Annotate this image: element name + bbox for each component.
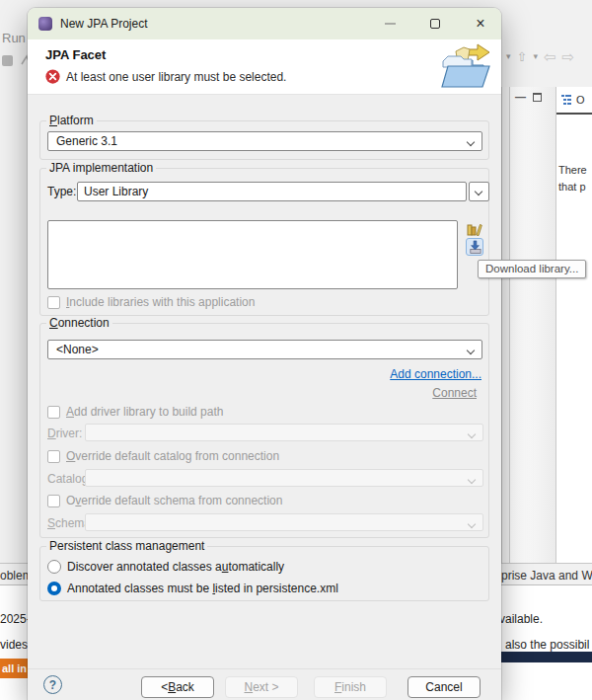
jpa-wizard-banner-icon <box>440 41 491 91</box>
user-library-list[interactable] <box>47 220 458 289</box>
page-title: JPA Facet <box>45 47 106 62</box>
editor-area-edge <box>510 87 555 563</box>
driver-combo[interactable] <box>85 424 483 441</box>
type-combo-dropdown-button[interactable] <box>469 182 489 201</box>
console-text: 2025- <box>0 612 31 626</box>
menu-run[interactable]: Run <box>2 31 26 45</box>
add-connection-link[interactable]: Add connection... <box>390 367 481 381</box>
tab-outline[interactable]: O <box>560 94 585 106</box>
type-combo-value: User Library <box>84 185 148 198</box>
persistent-class-management-group: Persistent class management Discover ann… <box>39 546 489 601</box>
download-library-icon <box>468 240 482 255</box>
checkbox-icon <box>47 296 60 309</box>
tab-outline-label: O <box>576 94 585 106</box>
chevron-down-icon <box>468 430 476 438</box>
tab-enterprise-java[interactable]: prise Java and Web <box>501 569 592 583</box>
download-library-button[interactable] <box>466 238 483 256</box>
include-libraries-label: Include libraries with this application <box>66 295 255 309</box>
dropdown-arrow-icon[interactable]: ▾ <box>506 52 511 61</box>
help-button[interactable]: ? <box>43 675 62 694</box>
minimize-view-icon[interactable]: — <box>515 92 526 103</box>
connection-group-label: Connection <box>46 316 112 330</box>
tab-selected-underline <box>556 113 592 115</box>
override-catalog-label: Override default catalog from connection <box>66 449 279 463</box>
chevron-down-icon <box>467 347 475 354</box>
chevron-down-icon <box>468 476 476 484</box>
dialog-titlebar[interactable]: New JPA Project × <box>28 8 501 39</box>
tab-divider <box>0 584 28 585</box>
checkbox-icon <box>47 450 60 463</box>
console-text: vides <box>0 638 28 652</box>
back-history-icon[interactable]: ⇦ <box>544 49 556 64</box>
driver-label: Driver: <box>47 427 82 440</box>
listed-classes-label: Annotated classes must be listed in pers… <box>67 582 338 595</box>
maximize-view-icon[interactable] <box>533 93 542 102</box>
connection-group: Connection <None> Add connection... Conn… <box>39 323 489 538</box>
error-icon <box>45 69 60 84</box>
finish-button[interactable]: Finish <box>314 676 387 698</box>
top-right-toolbar: ▾ ⇧ ▾ ⇦ ⇨ <box>499 48 574 64</box>
listed-classes-radio[interactable]: Annotated classes must be listed in pers… <box>47 582 338 595</box>
include-libraries-checkbox[interactable]: Include libraries with this application <box>47 295 255 309</box>
jpa-implementation-group-label: JPA implementation <box>46 161 156 175</box>
view-controls: — <box>515 92 542 103</box>
manage-libraries-icon <box>467 221 482 237</box>
type-label: Type: <box>47 185 76 198</box>
dialog-title: New JPA Project <box>60 17 147 31</box>
override-schema-checkbox[interactable]: Override default schema from connection <box>47 494 282 507</box>
connect-link[interactable]: Connect <box>432 386 477 400</box>
outline-view-icon <box>560 94 572 106</box>
manage-libraries-button[interactable] <box>466 220 483 238</box>
editor-scroll-strip[interactable] <box>501 87 510 563</box>
dropdown-arrow-icon[interactable]: ▾ <box>533 52 538 61</box>
platform-combo-value: Generic 3.1 <box>56 134 117 148</box>
tab-divider <box>501 584 592 585</box>
close-icon: × <box>476 16 484 32</box>
minimize-icon <box>385 23 396 25</box>
wizard-button-bar: ? < Back Next > Finish Cancel <box>28 668 501 700</box>
close-button[interactable]: × <box>464 8 497 39</box>
platform-group: Platform Generic 3.1 <box>39 120 489 160</box>
radio-unselected-icon <box>47 560 61 574</box>
connection-combo-value: <None> <box>56 343 99 356</box>
chevron-down-icon <box>475 188 482 195</box>
chevron-down-icon <box>467 138 475 146</box>
panel-divider <box>501 563 592 564</box>
console-text: vailable. <box>499 612 543 626</box>
outline-view-panel <box>555 87 592 563</box>
next-button[interactable]: Next > <box>225 676 298 698</box>
override-schema-label: Override default schema from connection <box>66 494 282 507</box>
schema-combo[interactable] <box>85 513 483 531</box>
new-jpa-project-dialog: New JPA Project × JPA Facet At least one… <box>28 8 501 700</box>
platform-combo[interactable]: Generic 3.1 <box>47 131 482 151</box>
help-icon: ? <box>49 678 56 692</box>
wizard-body: Platform Generic 3.1 JPA implementation … <box>28 95 501 668</box>
wizard-header: JPA Facet At least one user library must… <box>28 39 501 95</box>
override-catalog-checkbox[interactable]: Override default catalog from connection <box>47 449 279 463</box>
console-text: also the possibil <box>505 638 589 652</box>
minimize-button[interactable] <box>373 8 407 39</box>
platform-group-label: Platform <box>46 114 97 127</box>
chevron-down-icon <box>468 520 476 528</box>
discover-classes-radio[interactable]: Discover annotated classes automatically <box>47 560 284 574</box>
pcm-group-label: Persistent class management <box>46 539 207 553</box>
maximize-icon <box>430 19 440 29</box>
forward-history-icon[interactable]: ⇨ <box>562 49 575 64</box>
selection-band <box>501 652 592 662</box>
outline-message: that p <box>558 181 586 193</box>
add-driver-library-label: Add driver library to build path <box>66 405 223 419</box>
cancel-button[interactable]: Cancel <box>407 676 481 698</box>
outline-message: There <box>558 164 587 176</box>
catalog-combo[interactable] <box>85 469 483 487</box>
checkbox-icon <box>47 495 60 507</box>
download-library-tooltip: Download library... <box>478 260 586 278</box>
stop-icon[interactable] <box>2 55 13 66</box>
mark-occurrences-icon[interactable]: ⇧ <box>517 50 528 63</box>
back-button[interactable]: < Back <box>141 676 214 698</box>
discover-classes-label: Discover annotated classes automatically <box>67 560 284 574</box>
connection-combo[interactable]: <None> <box>47 340 482 359</box>
add-driver-library-checkbox[interactable]: Add driver library to build path <box>47 405 223 419</box>
panel-divider <box>0 563 28 564</box>
type-combo-field[interactable]: User Library <box>77 182 467 201</box>
maximize-button[interactable] <box>418 8 452 39</box>
